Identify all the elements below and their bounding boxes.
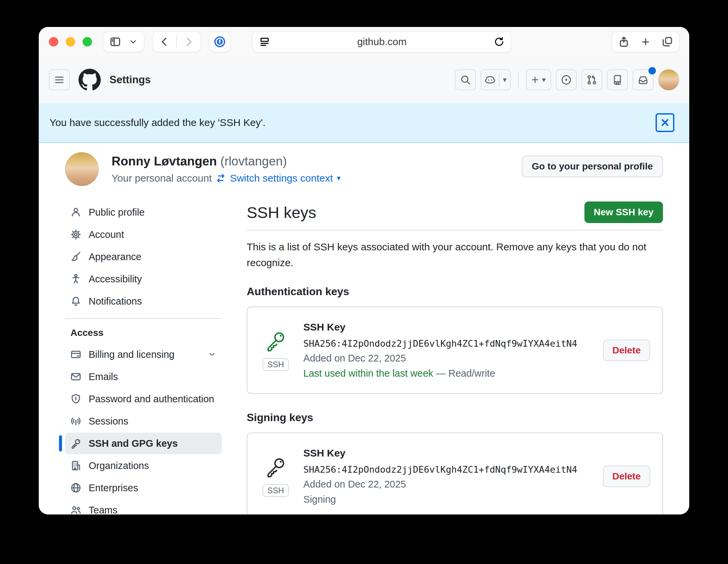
- profile-header: Ronny Løvtangen (rlovtangen) Your person…: [65, 152, 663, 186]
- broadcast-icon: [70, 416, 81, 427]
- back-icon: [159, 36, 170, 48]
- person-icon: [70, 207, 81, 218]
- sidebar-item-appearance[interactable]: Appearance: [65, 246, 222, 268]
- arrow-switch-icon: [216, 173, 226, 183]
- key-icon: [70, 438, 81, 449]
- sidebar-menu-button[interactable]: [127, 32, 144, 52]
- repositories-button[interactable]: [607, 69, 628, 90]
- chevron-down-icon: [128, 37, 138, 46]
- profile-username: (rlovtangen): [220, 154, 287, 168]
- global-nav-menu-button[interactable]: [49, 69, 70, 90]
- sidebar-item-account[interactable]: Account: [65, 224, 222, 245]
- header-divider: [518, 72, 519, 87]
- page-title: Settings: [110, 74, 151, 86]
- sidebar-item-notifications[interactable]: Notifications: [65, 290, 222, 312]
- account-type-label: Your personal account: [112, 173, 212, 184]
- tab-overview-button[interactable]: [656, 32, 679, 52]
- profile-name: Ronny Løvtangen (rlovtangen): [112, 152, 341, 168]
- plus-icon: +: [532, 74, 539, 86]
- password-extension-button[interactable]: [209, 32, 230, 52]
- sidebar-item-password-authentication[interactable]: Password and authentication: [65, 388, 222, 410]
- go-to-profile-button[interactable]: Go to your personal profile: [522, 156, 663, 177]
- zoom-window-button[interactable]: [83, 37, 92, 46]
- flash-close-button[interactable]: ✕: [656, 113, 674, 132]
- inbox-button[interactable]: [633, 69, 654, 90]
- signing-keys-heading: Signing keys: [247, 411, 663, 424]
- sidebar-item-teams[interactable]: Teams: [65, 499, 222, 514]
- settings-sidebar: Public profile Account Appearance: [65, 201, 222, 514]
- search-icon: [460, 74, 471, 85]
- browser-window: github.com +: [39, 27, 689, 514]
- close-icon: ✕: [660, 116, 670, 129]
- ssh-keys-header: SSH keys New SSH key: [247, 201, 663, 223]
- search-button[interactable]: [455, 69, 476, 90]
- back-button[interactable]: [153, 32, 176, 52]
- issues-button[interactable]: [556, 69, 577, 90]
- sidebar-item-public-profile[interactable]: Public profile: [65, 201, 222, 223]
- sidebar-item-label: Appearance: [89, 251, 141, 262]
- pull-requests-button[interactable]: [581, 69, 602, 90]
- credit-card-icon: [70, 349, 81, 360]
- minimize-window-button[interactable]: [66, 37, 75, 46]
- sidebar-toggle-group: [103, 32, 144, 52]
- profile-info: Ronny Løvtangen (rlovtangen) Your person…: [112, 152, 341, 184]
- ssh-keys-main: SSH keys New SSH key This is a list of S…: [247, 201, 663, 514]
- sidebar-item-label: Account: [89, 229, 124, 240]
- accessibility-icon: [70, 274, 81, 284]
- ssh-key-card-signing: SSH SSH Key SHA256:4I2pOndodz2jjDE6vlKgh…: [247, 433, 663, 514]
- profile-subline: Your personal account Switch settings co…: [112, 173, 341, 184]
- hamburger-icon: [54, 74, 65, 85]
- key-access-level: — Read/write: [436, 368, 495, 379]
- user-avatar[interactable]: [658, 69, 679, 90]
- sidebar-item-billing[interactable]: Billing and licensing: [65, 344, 222, 365]
- sidebar-item-label: Sessions: [89, 416, 128, 427]
- settings-content: Ronny Løvtangen (rlovtangen) Your person…: [39, 143, 689, 514]
- address-bar[interactable]: github.com: [252, 31, 511, 52]
- sidebar-item-accessibility[interactable]: Accessibility: [65, 268, 222, 290]
- sidebar-item-label: Notifications: [89, 296, 142, 307]
- new-tab-button[interactable]: +: [636, 32, 656, 52]
- close-window-button[interactable]: [49, 37, 58, 46]
- sidebar-item-organizations[interactable]: Organizations: [65, 455, 222, 476]
- sidebar-section-access: Access: [65, 327, 222, 338]
- ssh-badge: SSH: [263, 358, 289, 371]
- copilot-button[interactable]: ▾: [481, 69, 511, 90]
- create-new-button[interactable]: + ▾: [526, 69, 551, 90]
- github-logo[interactable]: [79, 69, 101, 91]
- page-settings-icon: [259, 36, 270, 47]
- delete-key-button[interactable]: Delete: [603, 340, 650, 361]
- paintbrush-icon: [70, 251, 81, 262]
- sidebar-toggle-button[interactable]: [103, 32, 127, 52]
- profile-avatar[interactable]: [65, 152, 99, 186]
- issue-opened-icon: [561, 74, 572, 85]
- forward-button[interactable]: [177, 32, 201, 52]
- switch-context-caret-icon[interactable]: ▾: [337, 175, 341, 182]
- share-icon: [618, 36, 630, 48]
- delete-key-button[interactable]: Delete: [603, 466, 650, 487]
- inbox-icon: [638, 74, 648, 85]
- ssh-badge: SSH: [263, 484, 289, 497]
- switch-context-link[interactable]: Switch settings context: [230, 173, 333, 184]
- sidebar-item-emails[interactable]: Emails: [65, 366, 222, 387]
- onepassword-icon: [214, 36, 226, 48]
- ssh-key-icon: [265, 456, 287, 478]
- copilot-caret-icon[interactable]: ▾: [503, 76, 507, 84]
- key-last-used: Last used within the last week: [303, 368, 433, 379]
- mail-icon: [70, 371, 81, 382]
- sidebar-item-ssh-gpg-keys[interactable]: SSH and GPG keys: [65, 433, 222, 454]
- sidebar-item-label: Public profile: [89, 207, 145, 218]
- key-fingerprint: SHA256:4I2pOndodz2jjDE6vlKgh4ZC1+fdNqf9w…: [303, 338, 592, 349]
- key-added-date: Added on Dec 22, 2025: [303, 479, 592, 490]
- people-icon: [70, 505, 81, 514]
- tabs-icon: [662, 36, 673, 48]
- new-ssh-key-button[interactable]: New SSH key: [584, 201, 663, 223]
- share-button[interactable]: [612, 32, 636, 52]
- notification-dot: [648, 67, 656, 74]
- key-status: Last used within the last week — Read/wr…: [303, 368, 592, 379]
- git-pull-request-icon: [586, 74, 597, 85]
- chevron-down-icon: [208, 350, 216, 359]
- copilot-split-divider: [499, 73, 499, 87]
- reload-icon[interactable]: [494, 36, 505, 47]
- sidebar-item-sessions[interactable]: Sessions: [65, 410, 222, 432]
- sidebar-item-enterprises[interactable]: Enterprises: [65, 477, 222, 499]
